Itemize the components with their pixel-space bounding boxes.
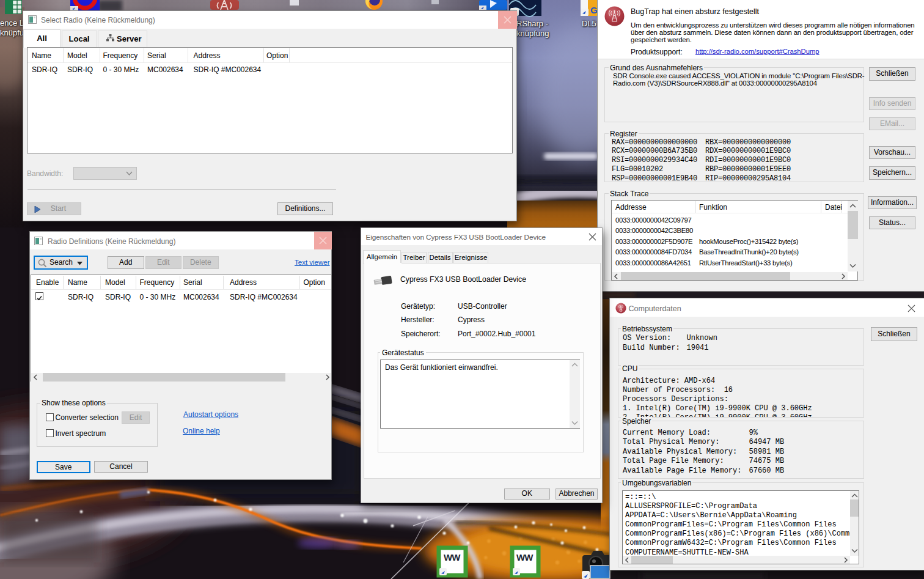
- svg-text:WW: WW: [516, 552, 534, 562]
- svg-text:WW: WW: [444, 552, 461, 562]
- svg-text:G: G: [590, 5, 598, 15]
